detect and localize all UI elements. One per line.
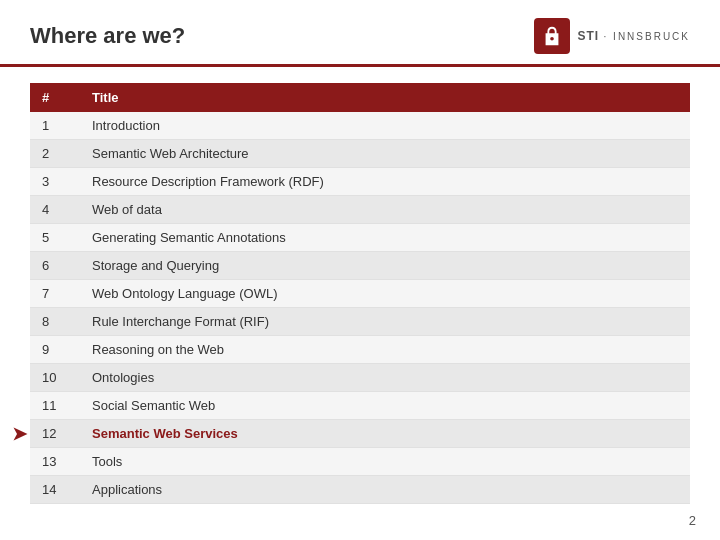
logo-main-text: STI · INNSBRUCK — [578, 29, 690, 43]
table-row: 13Tools — [30, 448, 690, 476]
table-row: 11Social Semantic Web — [30, 392, 690, 420]
row-title: Applications — [80, 476, 690, 504]
row-title: Ontologies — [80, 364, 690, 392]
table-row: 8Rule Interchange Format (RIF) — [30, 308, 690, 336]
logo-svg — [541, 25, 563, 47]
highlighted-title: Semantic Web Services — [80, 420, 690, 448]
table-row: 14Applications — [30, 476, 690, 504]
logo-text-group: STI · INNSBRUCK — [578, 29, 690, 43]
table-wrapper: # Title 1Introduction2Semantic Web Archi… — [30, 83, 690, 504]
row-number: 8 — [30, 308, 80, 336]
sti-logo-icon — [534, 18, 570, 54]
row-title: Resource Description Framework (RDF) — [80, 168, 690, 196]
row-number: 4 — [30, 196, 80, 224]
row-title: Rule Interchange Format (RIF) — [80, 308, 690, 336]
row-number: 7 — [30, 280, 80, 308]
row-title: Introduction — [80, 112, 690, 140]
col-title: Title — [80, 83, 690, 112]
table-row: ➤12Semantic Web Services — [30, 420, 690, 448]
row-title: Social Semantic Web — [80, 392, 690, 420]
row-title: Web of data — [80, 196, 690, 224]
logo-area: STI · INNSBRUCK — [534, 18, 690, 54]
table-row: 10Ontologies — [30, 364, 690, 392]
row-number: 3 — [30, 168, 80, 196]
row-number: 2 — [30, 140, 80, 168]
row-number: 11 — [30, 392, 80, 420]
arrow-indicator: ➤ — [12, 423, 27, 445]
table-row: 7Web Ontology Language (OWL) — [30, 280, 690, 308]
row-number: 14 — [30, 476, 80, 504]
table-row: 3Resource Description Framework (RDF) — [30, 168, 690, 196]
row-title: Reasoning on the Web — [80, 336, 690, 364]
row-number: 6 — [30, 252, 80, 280]
row-title: Web Ontology Language (OWL) — [80, 280, 690, 308]
row-number: 10 — [30, 364, 80, 392]
table-header: # Title — [30, 83, 690, 112]
row-title: Semantic Web Architecture — [80, 140, 690, 168]
row-title: Tools — [80, 448, 690, 476]
table-row: 1Introduction — [30, 112, 690, 140]
row-title: Generating Semantic Annotations — [80, 224, 690, 252]
table-body: 1Introduction2Semantic Web Architecture3… — [30, 112, 690, 504]
row-number: 1 — [30, 112, 80, 140]
page-title: Where are we? — [30, 23, 185, 49]
row-number: 13 — [30, 448, 80, 476]
main-content: # Title 1Introduction2Semantic Web Archi… — [0, 67, 720, 520]
slide: Where are we? STI · INNSBRUCK # Title — [0, 0, 720, 540]
course-table: # Title 1Introduction2Semantic Web Archi… — [30, 83, 690, 504]
header-row: # Title — [30, 83, 690, 112]
col-number: # — [30, 83, 80, 112]
row-number: 9 — [30, 336, 80, 364]
table-row: 2Semantic Web Architecture — [30, 140, 690, 168]
row-title: Storage and Querying — [80, 252, 690, 280]
row-number: 5 — [30, 224, 80, 252]
table-row: 6Storage and Querying — [30, 252, 690, 280]
arrow-cell: ➤12 — [30, 420, 80, 448]
table-row: 9Reasoning on the Web — [30, 336, 690, 364]
page-number: 2 — [689, 513, 696, 528]
header: Where are we? STI · INNSBRUCK — [0, 0, 720, 67]
table-row: 4Web of data — [30, 196, 690, 224]
table-row: 5Generating Semantic Annotations — [30, 224, 690, 252]
